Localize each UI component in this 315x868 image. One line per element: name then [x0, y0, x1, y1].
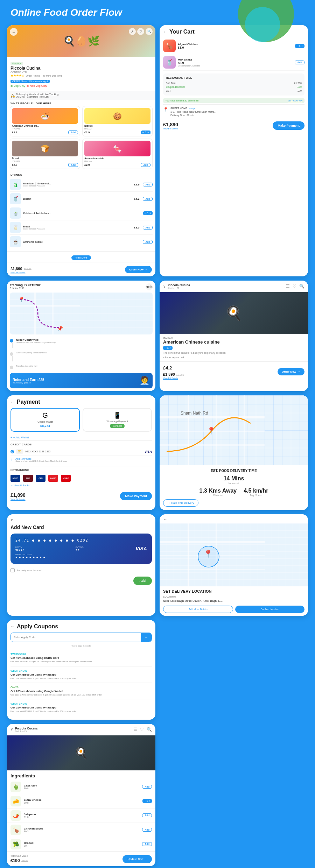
cart-item-qty-control: − 1 +: [295, 44, 304, 48]
food-price-row: £2.9 Add: [84, 163, 150, 167]
search-icon[interactable]: 🔍: [147, 727, 152, 732]
veg-icon[interactable]: ◉ Veg Only: [10, 84, 25, 87]
delivery-map-svg: 📍 Sham Nath Rd: [160, 395, 308, 465]
cart-item-image: 🥤: [163, 56, 176, 69]
refer-person-icon: 🧑‍💼: [139, 376, 150, 386]
cart-item-price: £3.0: [178, 46, 293, 49]
view-more-button[interactable]: View More: [71, 255, 91, 260]
connect-button[interactable]: Connect: [110, 424, 125, 428]
cc-cvv-label: CVV NO.: [76, 546, 84, 548]
add-ingredient-button[interactable]: Add: [142, 813, 152, 817]
add-food-button[interactable]: Add: [68, 130, 78, 134]
add-wallet-button[interactable]: + + Add Wallet: [10, 435, 152, 440]
decrease-qty-button[interactable]: −: [296, 44, 298, 48]
add-drink-button[interactable]: Add: [143, 240, 153, 244]
update-cart-button[interactable]: Update Cart →: [122, 855, 152, 863]
coupon-description: Use code TWHSBC40 upto Rs. 100 on your f…: [10, 660, 152, 663]
increase-qty-button[interactable]: +: [149, 799, 150, 803]
coupon-description: Use code GW20 on your 1st order & get 20…: [10, 693, 152, 696]
search-icon[interactable]: 🔍: [299, 284, 304, 289]
card-radio-button[interactable]: [10, 450, 14, 453]
america-bank-logo[interactable]: AMRC: [48, 475, 58, 482]
add-new-card-item[interactable]: + Add New Card Save and pay via HDFC, Fo…: [10, 456, 152, 464]
view-bill-link[interactable]: View Bill Details: [163, 128, 178, 130]
heart-icon[interactable]: ♡: [293, 284, 296, 289]
refer-text-section: Refer and Earn £25 Your buddy get £10: [13, 378, 44, 384]
back-button[interactable]: ←: [10, 28, 18, 36]
add-more-details-button[interactable]: Add More Details: [163, 606, 233, 613]
drink-info: American Chinese cui... Customization Av…: [23, 182, 132, 187]
add-ingredient-button[interactable]: Add: [142, 785, 152, 789]
rate-delivery-button[interactable]: → Rate This Delivery: [163, 499, 198, 507]
hdfc-bank-logo[interactable]: HDFC: [10, 475, 20, 482]
refer-earn-banner: Refer and Earn £25 Your buddy get £10 🧑‍…: [10, 373, 153, 388]
google-pay-method[interactable]: G Google Wallet £8,274: [10, 408, 80, 432]
confirm-location-button[interactable]: Confirm Location: [235, 606, 304, 613]
ingredient-name: Brocolli: [24, 841, 139, 845]
help-button[interactable]: Help: [146, 283, 153, 290]
list-icon[interactable]: ☰: [133, 727, 137, 732]
list-icon[interactable]: ☰: [286, 284, 290, 289]
dropdown-icon[interactable]: ∨: [10, 518, 13, 522]
items-in-cart-text: 4 Items in your cart: [163, 356, 304, 359]
decrease-qty-button[interactable]: −: [164, 346, 166, 350]
add-food-button[interactable]: Add: [141, 163, 150, 167]
order-now-button[interactable]: Order Now →: [278, 368, 304, 375]
order-btn-label: Order Now: [129, 268, 144, 271]
increase-qty-button[interactable]: +: [301, 44, 303, 48]
checkbox[interactable]: [10, 568, 15, 572]
decrease-qty-button[interactable]: −: [145, 212, 146, 215]
netbanking-section: NETBANKING HDFC RBS CITI AMRC HSBC → Vie…: [10, 466, 152, 489]
add-ingredient-button[interactable]: Add: [142, 842, 152, 846]
hsbc-bank-logo[interactable]: HSBC: [61, 475, 71, 482]
add-card-button[interactable]: Add: [133, 577, 152, 585]
delivery-time-text: Delivery Time: 38 min: [170, 114, 304, 117]
coupon-title: Get 40% cashback using HSBC Card: [10, 656, 152, 659]
dropdown-icon[interactable]: ∨: [163, 284, 166, 288]
svg-text:📍: 📍: [19, 297, 25, 303]
increase-qty-button[interactable]: +: [147, 131, 149, 134]
coupon-apply-button[interactable]: →: [141, 633, 152, 642]
make-payment-button[interactable]: Make Payment: [273, 121, 304, 130]
citi-bank-logo[interactable]: CITI: [36, 475, 46, 482]
view-all-banks-button[interactable]: → View All Banks: [10, 484, 152, 487]
whatsapp-pay-method[interactable]: 📱 Whatsapp Payment Connect: [83, 408, 152, 432]
add-drink-button[interactable]: Add: [143, 183, 153, 186]
increase-qty-button[interactable]: +: [170, 346, 172, 350]
rbs-bank-logo[interactable]: RBS: [23, 475, 33, 482]
share-icon[interactable]: ↗: [129, 28, 136, 35]
view-bill-link[interactable]: View Bill Details: [10, 271, 31, 274]
back-button[interactable]: ←: [163, 29, 167, 34]
add-food-button[interactable]: Add: [68, 163, 78, 167]
add-cart-item-button[interactable]: Add: [295, 61, 304, 64]
add-drink-button[interactable]: Add: [143, 197, 153, 201]
decrease-qty-button[interactable]: −: [142, 131, 144, 134]
heart-icon[interactable]: ♡: [140, 727, 144, 732]
coupon-input[interactable]: [11, 633, 141, 641]
list-item: 🍞 Bread ITALIAN £2.9 Add: [10, 139, 80, 169]
change-address-button[interactable]: Change: [188, 107, 195, 110]
nonveg-icon[interactable]: ◉ Non Veg Only: [27, 84, 47, 87]
ingredients-dish-header: ∨ Piccola Cucina Dish 1 — 75 ☰ ♡ 🔍: [7, 724, 155, 735]
add-drink-button[interactable]: Add: [143, 226, 153, 230]
heart-icon[interactable]: ♡: [137, 28, 144, 35]
decrease-qty-button[interactable]: −: [144, 799, 146, 803]
back-button[interactable]: ←: [163, 517, 167, 522]
make-payment-button[interactable]: Make Payment: [120, 492, 152, 500]
view-bill-link[interactable]: View Bill Details: [10, 498, 26, 500]
food-price: £2.9: [84, 163, 90, 167]
google-pay-amount: £8,274: [40, 424, 50, 428]
order-now-button[interactable]: Order Now →: [125, 266, 152, 273]
search-icon[interactable]: 🔍: [146, 28, 153, 35]
edit-coupon-button[interactable]: EDIT COUPON: [288, 100, 302, 102]
cart-item-price: £2.9: [178, 61, 293, 65]
tracking-header: Tracking ID 23₹S202 5 Item • £190 Help: [10, 283, 153, 290]
dropdown-icon[interactable]: ∨: [10, 727, 13, 731]
list-item: 🍗 Chicken slices £0.3 Add: [7, 823, 155, 837]
increase-qty-button[interactable]: +: [149, 212, 151, 215]
add-ingredient-button[interactable]: Add: [142, 828, 152, 832]
view-bill-link[interactable]: View Bill Details: [163, 377, 184, 379]
back-button[interactable]: ←: [10, 624, 15, 629]
savings-text: You have saved £30 on the bill: [165, 99, 198, 102]
back-button[interactable]: ←: [10, 400, 15, 404]
